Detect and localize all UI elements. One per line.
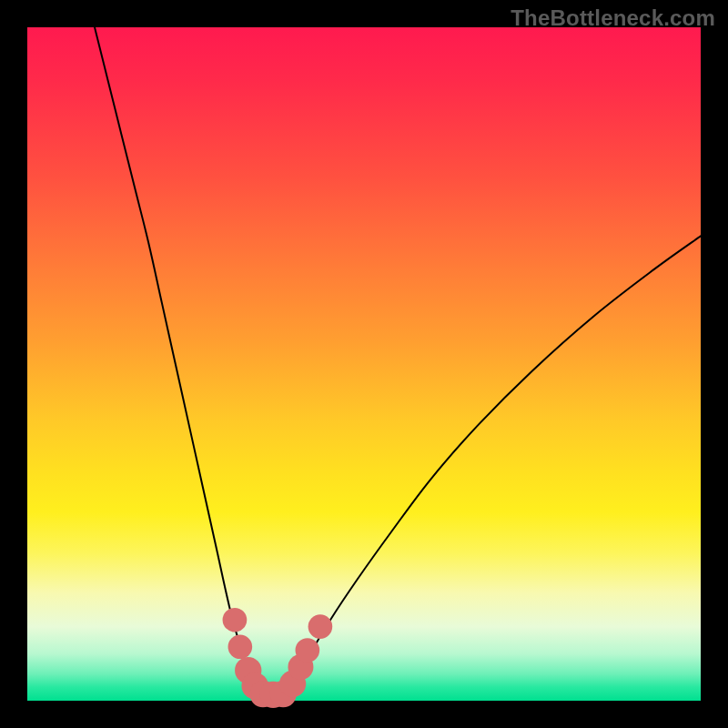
data-marker bbox=[308, 614, 333, 639]
chart-svg bbox=[27, 27, 701, 701]
data-marker bbox=[228, 634, 253, 659]
left-curve bbox=[95, 27, 258, 691]
data-marker bbox=[296, 638, 320, 662]
plot-area bbox=[27, 27, 701, 701]
right-curve bbox=[288, 236, 701, 691]
chart-frame: TheBottleneck.com bbox=[0, 0, 728, 728]
data-marker bbox=[223, 608, 248, 632]
watermark-text: TheBottleneck.com bbox=[511, 5, 715, 31]
